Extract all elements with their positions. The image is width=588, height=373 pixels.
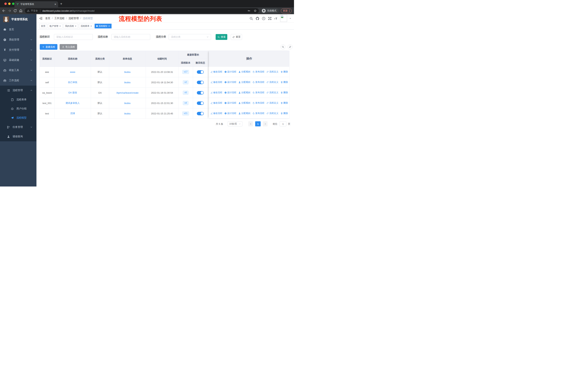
font-size-icon[interactable]: TT [274, 17, 278, 20]
forward-icon[interactable] [8, 9, 11, 13]
action-link-assign[interactable]: 分配规则 [238, 112, 251, 115]
action-link-assign[interactable]: 分配规则 [238, 81, 251, 84]
fullscreen-icon[interactable] [268, 17, 272, 20]
action-link-assign[interactable]: 分配规则 [238, 101, 251, 105]
form-info-link[interactable]: biubiu [124, 71, 131, 73]
close-window-button[interactable] [4, 2, 7, 5]
sidebar-logo-row[interactable]: 芋道管理系统 [0, 14, 36, 24]
action-link-edit[interactable]: 修改流程 [210, 91, 222, 94]
sidebar-item-robot[interactable]: 用户分组 [0, 104, 36, 113]
create-process-button[interactable]: 新建流程 [40, 44, 57, 50]
action-link-delete[interactable]: 删除 [281, 70, 288, 73]
sidebar-collapse-icon[interactable] [39, 17, 43, 20]
process-name-link[interactable]: OA 请假 [68, 91, 77, 94]
reload-icon[interactable] [13, 9, 17, 13]
tag-view-3[interactable]: 流程表单✕ [79, 24, 94, 28]
process-name-link[interactable]: 测试多审批人 [66, 101, 80, 105]
action-link-design[interactable]: 设计流程 [224, 91, 236, 94]
action-link-definition[interactable]: 流程定义 [266, 70, 279, 73]
action-link-definition[interactable]: 流程定义 [266, 112, 279, 115]
form-info-link[interactable]: biubiu [124, 102, 131, 105]
action-link-publish[interactable]: 发布流程 [252, 81, 264, 84]
action-link-publish[interactable]: 发布流程 [252, 101, 264, 105]
tag-home[interactable]: 首页 [39, 24, 47, 28]
toggle-search-button[interactable] [281, 44, 285, 49]
active-toggle[interactable] [197, 112, 204, 115]
breadcrumb-home[interactable]: 首页 [45, 17, 50, 20]
action-link-edit[interactable]: 修改流程 [210, 81, 222, 84]
tag-close-icon[interactable]: ✕ [108, 25, 110, 27]
sidebar-item-user[interactable]: 请假查询 [0, 132, 36, 141]
tag-close-icon[interactable]: ✕ [90, 25, 92, 27]
sidebar-item-toolbox[interactable]: 研发工具 [0, 65, 36, 75]
action-link-delete[interactable]: 删除 [281, 81, 288, 84]
address-bar[interactable]: 不安全 dashboard.yudao.iocoder.cn/bpm/manag… [25, 8, 259, 13]
action-link-design[interactable]: 设计流程 [224, 81, 236, 84]
action-link-delete[interactable]: 删除 [281, 91, 288, 94]
active-toggle[interactable] [197, 91, 204, 94]
sidebar-item-briefcase[interactable]: 工作流程 [0, 75, 36, 86]
tag-view-4[interactable]: 流程模型✕ [94, 24, 112, 28]
avatar[interactable] [280, 15, 287, 22]
goto-page-input[interactable]: 1 [280, 121, 286, 126]
process-category-select[interactable]: 流程分类 [168, 34, 211, 40]
breadcrumb-process-mgmt[interactable]: 流程管理 [69, 17, 79, 20]
process-id-input[interactable]: 请输入流程标识 [54, 34, 93, 40]
process-name-link[interactable]: 滔博 [70, 112, 75, 115]
action-link-definition[interactable]: 流程定义 [266, 91, 279, 94]
page-size-select[interactable]: 10条/页 [228, 121, 242, 126]
action-link-design[interactable]: 设计流程 [224, 101, 236, 105]
back-icon[interactable] [2, 9, 6, 13]
action-link-publish[interactable]: 发布流程 [252, 112, 264, 115]
browser-tab[interactable]: 芋道管理系统 ✕ [14, 1, 58, 7]
zoom-window-button[interactable] [12, 2, 14, 5]
action-link-design[interactable]: 设计流程 [224, 112, 236, 115]
sidebar-item-tasks[interactable]: 任务管理 [0, 122, 36, 132]
action-link-publish[interactable]: 发布流程 [252, 91, 264, 94]
sidebar-item-list[interactable]: 流程管理 [0, 86, 36, 95]
minimize-window-button[interactable] [8, 2, 10, 5]
refresh-table-button[interactable] [288, 44, 293, 49]
action-link-delete[interactable]: 删除 [281, 112, 288, 115]
action-link-design[interactable]: 设计流程 [224, 70, 236, 73]
action-link-assign[interactable]: 分配规则 [238, 91, 251, 94]
key-icon[interactable] [248, 9, 251, 12]
tag-close-icon[interactable]: ✕ [59, 25, 61, 27]
prev-page-button[interactable] [248, 121, 253, 126]
avatar-caret-down-icon[interactable] [289, 18, 291, 20]
import-process-button[interactable]: 导入流程 [60, 44, 77, 50]
search-button[interactable]: 搜索 [216, 34, 227, 40]
process-name-link[interactable]: eeee [70, 71, 75, 73]
sidebar-item-form[interactable]: 流程表单 [0, 95, 36, 104]
process-name-link[interactable]: 自己审批 [68, 81, 77, 84]
action-link-delete[interactable]: 删除 [281, 101, 288, 105]
breadcrumb-workflow[interactable]: 工作流程 [54, 17, 64, 20]
current-page-button[interactable]: 1 [255, 121, 261, 126]
next-page-button[interactable] [263, 121, 268, 126]
sidebar-item-gear[interactable]: 系统管理 [0, 35, 36, 45]
search-icon[interactable] [249, 17, 253, 20]
action-link-publish[interactable]: 发布流程 [252, 70, 264, 73]
tab-close-icon[interactable]: ✕ [54, 3, 56, 6]
sidebar-item-dashboard[interactable]: 首页 [0, 24, 36, 35]
action-link-edit[interactable]: 修改流程 [210, 70, 222, 73]
security-label[interactable]: 不安全 [31, 9, 38, 12]
tag-close-icon[interactable]: ✕ [75, 25, 76, 27]
active-toggle[interactable] [197, 81, 204, 84]
tag-view-2[interactable]: 我的流程✕ [63, 24, 78, 28]
home-icon[interactable] [19, 9, 23, 13]
update-browser-button[interactable]: 更新 [281, 8, 292, 13]
process-name-input[interactable]: 请输入流程名称 [111, 34, 150, 40]
action-link-definition[interactable]: 流程定义 [266, 101, 279, 105]
action-link-definition[interactable]: 流程定义 [266, 81, 279, 84]
sidebar-item-yen[interactable]: ¥支付管理 [0, 45, 36, 55]
form-info-link[interactable]: /bpm/oa/leave/create [116, 91, 138, 94]
github-icon[interactable] [256, 17, 259, 20]
action-link-edit[interactable]: 修改流程 [210, 101, 222, 105]
help-icon[interactable]: ? [262, 17, 266, 20]
action-link-assign[interactable]: 分配规则 [238, 70, 251, 73]
active-toggle[interactable] [197, 101, 204, 105]
form-info-link[interactable]: biubiu [124, 81, 131, 84]
tag-view-1[interactable]: 租户管理✕ [48, 24, 63, 28]
star-icon[interactable] [254, 9, 257, 12]
